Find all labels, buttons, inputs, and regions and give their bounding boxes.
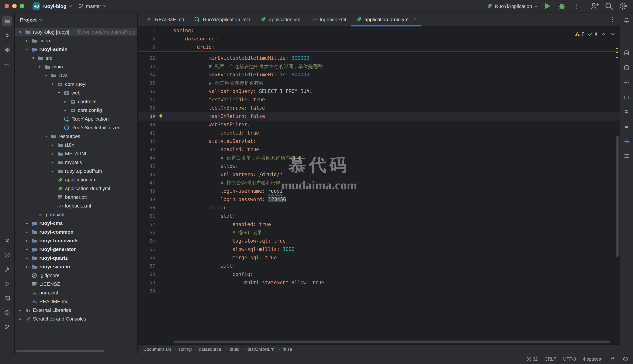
run-configuration-selector[interactable]: RuoYiApplication: [486, 3, 538, 9]
chevron-right-icon[interactable]: ▸: [24, 238, 30, 243]
tree-item-resources[interactable]: ▾resources: [15, 132, 137, 140]
code-line-53[interactable]: 53 # 慢SQL记录: [138, 229, 620, 237]
chevron-down-icon[interactable]: ▾: [24, 47, 30, 52]
chevron-down-icon[interactable]: ▾: [56, 91, 62, 95]
tree-item-ruoyi-quartz[interactable]: ▸ruoyi-quartz: [15, 254, 137, 262]
code-line-47[interactable]: 47 # 控制台管理用户名和密码: [138, 179, 620, 187]
tree-item-ruoyi-cms[interactable]: ▸ruoyi-cms: [15, 219, 137, 228]
code-line-2[interactable]: 2spring:: [138, 26, 620, 35]
tree-item-com-ruoyi[interactable]: ▾com.ruoyi: [15, 80, 137, 88]
run-button[interactable]: [2, 250, 12, 260]
code-with-me-button[interactable]: [590, 2, 599, 10]
tree-item-web[interactable]: ▾web: [15, 88, 137, 97]
project-horizontal-scrollbar[interactable]: [16, 350, 104, 352]
code-line-49[interactable]: 49 login-password: 123456: [138, 196, 620, 204]
code-line-46[interactable]: 46 url-pattern: /druid/*: [138, 170, 620, 179]
structure-button[interactable]: [2, 45, 12, 55]
breadcrumb-item[interactable]: datasource:: [199, 346, 223, 352]
code-line-44[interactable]: 44 # 设置白名单，不填则允许所有访问: [138, 154, 620, 162]
tree-item-i18n[interactable]: ▸i18n: [15, 140, 137, 149]
tree-item-application-druid-yml[interactable]: application-druid.yml: [15, 184, 137, 193]
code-line-43[interactable]: 43 enabled: true: [138, 146, 620, 154]
tab-logback-xml[interactable]: </>logback.xml: [306, 12, 351, 26]
database-button[interactable]: [622, 48, 631, 58]
chevron-right-icon[interactable]: ▸: [50, 152, 55, 156]
chevron-right-icon[interactable]: ▸: [50, 169, 55, 173]
tree-item-scratches-and-consoles[interactable]: ▸Scratches and Consoles: [15, 314, 137, 323]
tab-application-druid-yml[interactable]: application-druid.yml×: [351, 12, 421, 26]
chevron-right-icon[interactable]: ▸: [18, 308, 23, 312]
code-line-45[interactable]: 45 allow:: [138, 162, 620, 170]
chevron-down-icon[interactable]: ▾: [31, 56, 36, 60]
code-line-60[interactable]: 60: [138, 287, 620, 295]
chevron-right-icon[interactable]: ▸: [18, 317, 23, 321]
tree-item-java[interactable]: ▾java: [15, 71, 137, 80]
code-line-52[interactable]: 52 enabled: true: [138, 220, 620, 229]
previous-problem-icon[interactable]: [600, 31, 606, 37]
chevron-down-icon[interactable]: ▾: [37, 65, 42, 69]
breadcrumb-item[interactable]: false: [282, 346, 292, 352]
commit-button[interactable]: [2, 30, 12, 40]
editor[interactable]: 2spring:3 datasource:6 druid: 32 minEvic…: [138, 26, 620, 344]
branch-widget[interactable]: master: [75, 2, 109, 10]
chevron-right-icon[interactable]: ▸: [63, 108, 68, 112]
maven-button[interactable]: m: [622, 122, 631, 132]
code-line-42[interactable]: 42 statViewServlet:: [138, 137, 620, 146]
tree-item-idea[interactable]: ▸.idea: [15, 36, 137, 45]
project-button[interactable]: [2, 16, 12, 26]
status-caret-position[interactable]: 39:32: [526, 356, 538, 362]
tree-item-meta-inf[interactable]: ▸META-INF: [15, 149, 137, 158]
code-line-6[interactable]: 6 druid:: [138, 43, 620, 52]
version-control-button[interactable]: [2, 322, 12, 332]
notifications-button[interactable]: [622, 16, 631, 25]
tree-item-external-libraries[interactable]: ▸External Libraries: [15, 306, 137, 314]
chevron-right-icon[interactable]: ▸: [24, 256, 30, 260]
code-line-57[interactable]: 57 wall:: [138, 262, 620, 270]
tree-item-mybatis[interactable]: ▸mybatis: [15, 158, 137, 167]
tree-item-application-yml[interactable]: application.yml: [15, 176, 137, 184]
code-line-39[interactable]: 39 testOnReturn: false: [138, 112, 620, 120]
code-line-35[interactable]: 35 # 配置检测连接是否有效: [138, 79, 620, 87]
chevron-right-icon[interactable]: ▸: [63, 100, 68, 104]
search-everywhere-button[interactable]: [604, 2, 613, 10]
code-line-34[interactable]: 34 maxEvictableIdleTimeMillis: 900000: [138, 71, 620, 79]
minimize-window-button[interactable]: [12, 4, 17, 8]
tab-close-icon[interactable]: ×: [413, 17, 416, 22]
tree-item-core-config[interactable]: ▸core.config: [15, 106, 137, 114]
tree-item-readme-md[interactable]: MREADME.md: [15, 297, 137, 306]
inspections-widget[interactable]: 7 4: [574, 31, 616, 37]
next-problem-icon[interactable]: [610, 31, 616, 37]
tree-item-ruoyi-system[interactable]: ▸ruoyi-system: [15, 262, 137, 271]
plugins-paw-button[interactable]: [2, 236, 12, 246]
code-line-59[interactable]: 59 multi-statement-allow: true: [138, 278, 620, 287]
horizontal-scrollbar[interactable]: [174, 340, 610, 343]
tree-item-pom-xml[interactable]: mpom.xml: [15, 210, 137, 219]
tree-item-logback-xml[interactable]: </>logback.xml: [15, 202, 137, 210]
tree-item-gitignore[interactable]: .gitignore: [15, 271, 137, 280]
run-button[interactable]: [543, 2, 552, 10]
code-line-3[interactable]: 3 datasource:: [138, 35, 620, 43]
breadcrumb-item[interactable]: spring:: [178, 346, 192, 352]
code-line-51[interactable]: 51 stat:: [138, 212, 620, 220]
endpoints-button[interactable]: { }: [622, 92, 631, 102]
tree-item-ruoyi-blog-ruoyi[interactable]: ▾ruoyi-blog [ruoyi]~/Downloads/mudaimaPr…: [15, 28, 137, 36]
tree-item-pom-xml[interactable]: mpom.xml: [15, 288, 137, 297]
tab-readme-md[interactable]: MREADME.md: [141, 12, 189, 26]
tree-item-main[interactable]: ▾main: [15, 62, 137, 71]
tree-item-ruoyi-generator[interactable]: ▸ruoyi-generator: [15, 245, 137, 254]
tree-item-ruoyiservletinitializer[interactable]: CRuoYiServletInitializer: [15, 123, 137, 132]
code-line-54[interactable]: 54 log-slow-sql: true: [138, 237, 620, 245]
debug-button[interactable]: [2, 279, 12, 289]
chevron-down-icon[interactable]: ▾: [18, 30, 23, 34]
code-line-58[interactable]: 58 config:: [138, 270, 620, 278]
project-widget[interactable]: RB ruoyi-blog: [30, 1, 75, 11]
code-line-32[interactable]: 32 minEvictableIdleTimeMillis: 300000: [138, 54, 620, 62]
build-button[interactable]: [2, 264, 12, 274]
chevron-right-icon[interactable]: ▸: [50, 143, 55, 147]
status-line-separator[interactable]: CRLF: [544, 356, 556, 362]
tree-item-src[interactable]: ▾src: [15, 54, 137, 62]
project-panel-header[interactable]: Project: [15, 12, 137, 27]
status-encoding[interactable]: UTF-8: [563, 356, 576, 362]
breadcrumb-item[interactable]: druid:: [229, 346, 241, 352]
ai-assistant-button[interactable]: A: [622, 63, 631, 72]
